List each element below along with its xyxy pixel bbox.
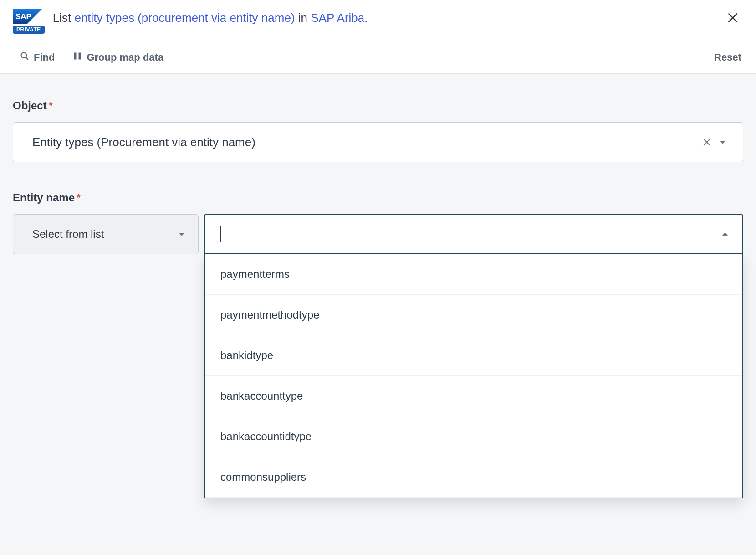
entity-option[interactable]: bankaccounttype (205, 376, 742, 416)
entity-dropdown: paymentterms paymentmethodtype bankidtyp… (204, 254, 743, 498)
close-button[interactable] (724, 9, 741, 26)
svg-marker-11 (179, 233, 184, 236)
toolbar: Find Group map data Reset (0, 43, 756, 73)
search-icon (20, 51, 29, 63)
text-cursor-icon (220, 226, 221, 242)
private-badge: PRIVATE (13, 26, 45, 34)
entity-option[interactable]: paymentmethodtype (205, 295, 742, 335)
logo-block: SAP PRIVATE (13, 9, 45, 34)
object-clear-button[interactable] (698, 134, 715, 151)
sap-logo-icon: SAP (13, 9, 42, 24)
entity-combobox[interactable] (204, 214, 743, 254)
title-prefix: List (53, 11, 75, 25)
title-entity-link[interactable]: entity types (procurement via entity nam… (74, 11, 295, 25)
entity-label-text: Entity name (13, 191, 75, 204)
entity-option[interactable]: bankidtype (205, 335, 742, 376)
entity-mode-label: Select from list (32, 228, 178, 241)
svg-marker-12 (722, 232, 728, 236)
svg-line-5 (26, 57, 28, 60)
entity-option[interactable]: bankaccountidtype (205, 416, 742, 457)
svg-text:SAP: SAP (15, 12, 31, 21)
svg-rect-6 (74, 53, 77, 60)
object-combobox[interactable]: Entity types (Procurement via entity nam… (13, 122, 743, 162)
entity-combobox-wrap: paymentterms paymentmethodtype bankidtyp… (204, 214, 743, 254)
group-label: Group map data (87, 51, 163, 63)
dialog-header: SAP PRIVATE List entity types (procureme… (0, 0, 756, 74)
entity-name-row: Select from list paymentterms pay (13, 214, 743, 254)
entity-input[interactable] (220, 226, 718, 242)
header-title-row: SAP PRIVATE List entity types (procureme… (0, 0, 756, 43)
title-mid: in (295, 11, 311, 25)
svg-marker-10 (720, 141, 725, 144)
object-expand-button[interactable] (715, 135, 730, 149)
entity-option[interactable]: commonsuppliers (205, 457, 742, 498)
entity-name-field-label: Entity name* (13, 191, 743, 204)
dialog-title: List entity types (procurement via entit… (53, 9, 716, 26)
entity-option[interactable]: paymentterms (205, 254, 742, 295)
map-icon (73, 51, 82, 63)
entity-mode-select[interactable]: Select from list (13, 214, 199, 254)
object-value: Entity types (Procurement via entity nam… (32, 135, 698, 149)
find-button[interactable]: Find (20, 51, 55, 63)
entity-collapse-button[interactable] (718, 227, 732, 242)
find-label: Find (34, 51, 55, 63)
reset-button[interactable]: Reset (714, 51, 741, 63)
group-map-data-button[interactable]: Group map data (73, 51, 163, 63)
entity-dropdown-list[interactable]: paymentterms paymentmethodtype bankidtyp… (205, 254, 742, 498)
object-field-label: Object* (13, 99, 743, 112)
required-marker: * (77, 191, 81, 204)
chevron-down-icon (719, 139, 726, 146)
close-icon (702, 137, 712, 147)
form-area: Object* Entity types (Procurement via en… (0, 74, 756, 254)
chevron-up-icon (721, 231, 729, 238)
chevron-down-icon (178, 228, 185, 241)
close-icon (727, 12, 739, 24)
required-marker: * (49, 99, 53, 112)
title-product-link[interactable]: SAP Ariba (311, 11, 364, 25)
object-label-text: Object (13, 99, 47, 112)
svg-rect-7 (79, 53, 81, 60)
title-suffix: . (364, 11, 368, 25)
